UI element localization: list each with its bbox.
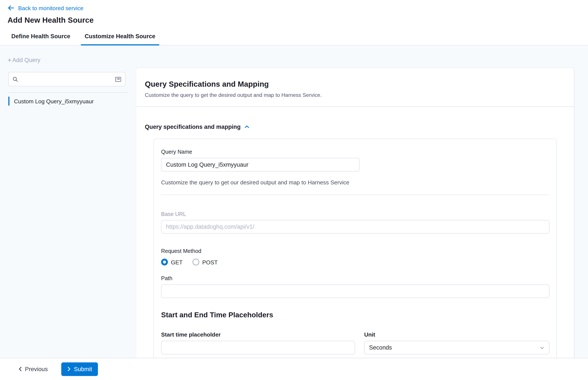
section-title: Query specifications and mapping [145, 123, 241, 130]
radio-post-icon[interactable] [192, 259, 199, 266]
request-method-label: Request Method [161, 248, 549, 254]
back-link[interactable]: Back to monitored service [8, 4, 580, 12]
unit-select-value: Seconds [369, 344, 392, 351]
list-view-toggle-icon[interactable] [115, 76, 121, 82]
query-spec-panel: Query Specifications and Mapping Customi… [136, 68, 574, 358]
radio-post-label: POST [202, 259, 218, 265]
previous-button[interactable]: Previous [18, 365, 48, 372]
previous-button-label: Previous [25, 365, 48, 372]
query-mapping-card: Query Name Customize the query to get ou… [154, 139, 556, 358]
chevron-up-icon[interactable] [244, 124, 250, 130]
panel-title: Query Specifications and Mapping [145, 80, 565, 89]
path-input[interactable] [161, 285, 549, 298]
submit-button-label: Submit [74, 365, 92, 372]
query-name-label: Query Name [161, 149, 549, 155]
radio-option-get[interactable]: GET [161, 259, 183, 266]
chevron-down-icon [540, 345, 545, 350]
query-search-box[interactable] [8, 72, 126, 86]
query-name-help: Customize the query to get our desired o… [161, 179, 549, 186]
start-time-input[interactable] [161, 341, 355, 355]
footer-bar: Previous Submit [0, 358, 588, 380]
chevron-right-icon [67, 367, 71, 372]
radio-get-icon[interactable] [161, 259, 168, 266]
radio-option-post[interactable]: POST [192, 259, 218, 266]
path-label: Path [161, 275, 549, 282]
main-area: Query Specifications and Mapping Customi… [136, 45, 588, 358]
unit-label: Unit [364, 331, 549, 338]
panel-body: Query specifications and mapping Query N… [136, 123, 574, 358]
placeholders-row: Start time placeholder Unit Seconds [161, 331, 549, 355]
panel-subtitle: Customize the query to get the desired o… [145, 92, 565, 98]
chevron-left-icon [18, 367, 22, 372]
unit-select[interactable]: Seconds [364, 341, 549, 355]
back-link-label[interactable]: Back to monitored service [18, 5, 83, 11]
start-time-label: Start time placeholder [161, 331, 355, 338]
panel-header: Query Specifications and Mapping Customi… [136, 68, 574, 107]
query-list-item[interactable]: Custom Log Query_i5xmyyuaur [8, 95, 128, 107]
unit-field: Unit Seconds [364, 331, 549, 355]
search-input[interactable] [21, 76, 112, 83]
app-window: Back to monitored service Add New Health… [0, 0, 588, 380]
plus-icon: + [8, 57, 11, 64]
placeholders-heading: Start and End Time Placeholders [161, 311, 549, 319]
search-icon [13, 76, 18, 82]
active-query-indicator [8, 97, 10, 106]
start-time-field: Start time placeholder [161, 331, 355, 355]
back-arrow-icon [8, 4, 15, 11]
add-query-label: Add Query [12, 57, 40, 64]
query-name-input[interactable] [161, 158, 360, 172]
query-sidebar: + Add Query Custom Log Query_i5xmyyuaur [0, 45, 136, 358]
tab-define-health-source[interactable]: Define Health Source [8, 33, 74, 45]
request-method-radio-group: GET POST [161, 259, 549, 266]
radio-get-label: GET [171, 259, 183, 265]
page-header: Back to monitored service Add New Health… [0, 0, 588, 29]
content-area: + Add Query Custom Log Query_i5xmyyuaur [0, 45, 588, 358]
page-title: Add New Health Source [8, 16, 580, 29]
add-query-button[interactable]: + Add Query [8, 57, 136, 64]
query-list: Custom Log Query_i5xmyyuaur [8, 92, 128, 107]
tab-customize-health-source[interactable]: Customize Health Source [81, 33, 159, 45]
base-url-input[interactable] [161, 220, 549, 234]
divider [161, 194, 549, 195]
submit-button[interactable]: Submit [61, 362, 98, 376]
base-url-label: Base URL [161, 211, 549, 217]
tab-bar: Define Health Source Customize Health So… [0, 29, 588, 45]
query-item-label: Custom Log Query_i5xmyyuaur [14, 98, 94, 104]
section-toggle[interactable]: Query specifications and mapping [145, 123, 565, 130]
